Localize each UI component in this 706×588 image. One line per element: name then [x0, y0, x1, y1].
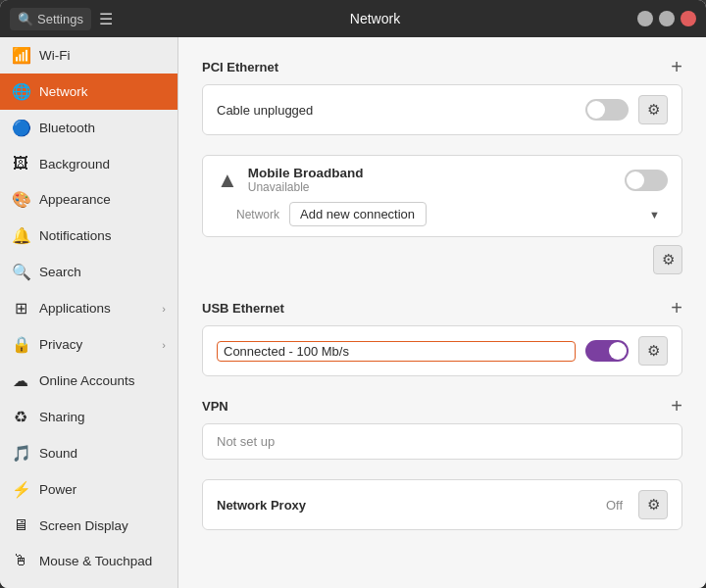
pci-ethernet-title: PCI Ethernet: [202, 60, 278, 74]
titlebar: 🔍 Settings ☰ Network – □ ✕: [0, 0, 706, 37]
network-icon: 🌐: [12, 82, 29, 101]
sidebar-label-search: Search: [39, 265, 81, 279]
proxy-status: Off: [606, 498, 623, 513]
pci-ethernet-header: PCI Ethernet +: [202, 57, 682, 76]
broadband-signal-icon: ▲: [217, 168, 238, 193]
sidebar-label-power: Power: [39, 482, 76, 497]
bluetooth-icon: 🔵: [12, 119, 29, 137]
dropdown-arrow-icon: ▼: [649, 209, 660, 220]
sidebar-label-network: Network: [39, 84, 88, 99]
sidebar-item-screen-display[interactable]: 🖥 Screen Display: [0, 508, 177, 543]
broadband-info: Mobile Broadband Unavailable: [248, 166, 615, 194]
proxy-gear-button[interactable]: ⚙: [638, 490, 668, 519]
usb-ethernet-header: USB Ethernet +: [202, 298, 682, 318]
main-content: 📶 Wi-Fi 🌐 Network 🔵 Bluetooth 🖼 Backgrou…: [0, 37, 706, 588]
sidebar-label-online-accounts: Online Accounts: [39, 373, 135, 388]
screen-display-icon: 🖥: [12, 516, 29, 534]
usb-ethernet-toggle[interactable]: [585, 340, 629, 362]
sidebar-item-mouse-touchpad[interactable]: 🖱 Mouse & Touchpad: [0, 543, 177, 578]
vpn-title: VPN: [202, 399, 228, 414]
sidebar-item-power[interactable]: ⚡ Power: [0, 471, 177, 508]
vpn-header: VPN +: [202, 396, 682, 416]
network-dropdown-wrapper: Add new connection ▼: [289, 202, 668, 226]
sidebar-item-wifi[interactable]: 📶 Wi-Fi: [0, 37, 177, 74]
sharing-icon: ♻: [12, 408, 29, 426]
appearance-icon: 🎨: [12, 190, 29, 209]
sidebar-item-bluetooth[interactable]: 🔵 Bluetooth: [0, 110, 177, 146]
sidebar-item-notifications[interactable]: 🔔 Notifications: [0, 218, 177, 254]
sidebar-label-sound: Sound: [39, 446, 77, 461]
content-area: PCI Ethernet + Cable unplugged ⚙ ▲ Mobil…: [178, 37, 706, 588]
privacy-chevron: ›: [162, 339, 166, 351]
usb-ethernet-add-button[interactable]: +: [671, 298, 682, 318]
vpn-add-button[interactable]: +: [671, 396, 682, 416]
vpn-status-label: Not set up: [217, 434, 275, 449]
sidebar-label-mouse-touchpad: Mouse & Touchpad: [39, 554, 152, 568]
mobile-broadband-section: ▲ Mobile Broadband Unavailable Network A…: [202, 155, 682, 278]
sidebar-item-privacy[interactable]: 🔒 Privacy ›: [0, 326, 177, 363]
proxy-card: Network Proxy Off ⚙: [202, 479, 682, 530]
applications-icon: ⊞: [12, 299, 29, 318]
mobile-broadband-card: ▲ Mobile Broadband Unavailable Network A…: [202, 155, 682, 237]
network-dropdown[interactable]: Add new connection: [289, 202, 427, 226]
sidebar-item-appearance[interactable]: 🎨 Appearance: [0, 181, 177, 218]
search-box[interactable]: 🔍 Settings: [10, 8, 91, 30]
usb-ethernet-card: Connected - 100 Mb/s ⚙: [202, 325, 682, 376]
usb-ethernet-section: USB Ethernet + Connected - 100 Mb/s ⚙: [202, 298, 682, 376]
sidebar-item-keyboard-shortcuts[interactable]: ⌨ Keyboard Shortcuts: [0, 578, 177, 588]
broadband-name: Mobile Broadband: [248, 166, 615, 180]
pci-ethernet-section: PCI Ethernet + Cable unplugged ⚙: [202, 57, 682, 135]
sidebar: 📶 Wi-Fi 🌐 Network 🔵 Bluetooth 🖼 Backgrou…: [0, 37, 178, 588]
background-icon: 🖼: [12, 155, 29, 172]
hamburger-menu-button[interactable]: ☰: [99, 10, 113, 28]
sidebar-item-network[interactable]: 🌐 Network: [0, 74, 177, 110]
broadband-gear-button[interactable]: ⚙: [653, 245, 682, 274]
sidebar-item-search[interactable]: 🔍 Search: [0, 254, 177, 290]
pci-ethernet-gear-button[interactable]: ⚙: [638, 95, 668, 124]
power-icon: ⚡: [12, 480, 29, 499]
search-sidebar-icon: 🔍: [12, 263, 29, 281]
sidebar-item-sound[interactable]: 🎵 Sound: [0, 435, 177, 471]
online-accounts-icon: ☁: [12, 371, 29, 390]
close-button[interactable]: ✕: [681, 11, 696, 26]
search-icon: 🔍: [18, 12, 33, 26]
pci-ethernet-card: Cable unplugged ⚙: [202, 84, 682, 135]
broadband-status: Unavailable: [248, 180, 615, 194]
cable-status-label: Cable unplugged: [217, 103, 576, 118]
mouse-touchpad-icon: 🖱: [12, 552, 29, 569]
vpn-card: Not set up: [202, 423, 682, 460]
notifications-icon: 🔔: [12, 226, 29, 245]
window-controls: – □ ✕: [637, 11, 696, 26]
sidebar-label-applications: Applications: [39, 301, 111, 316]
pci-ethernet-toggle[interactable]: [585, 99, 629, 121]
broadband-top: ▲ Mobile Broadband Unavailable: [217, 166, 668, 194]
sound-icon: 🎵: [12, 444, 29, 463]
broadband-bottom: Network Add new connection ▼: [217, 202, 668, 226]
sidebar-item-applications[interactable]: ⊞ Applications ›: [0, 290, 177, 326]
usb-ethernet-gear-button[interactable]: ⚙: [638, 336, 668, 366]
sidebar-item-background[interactable]: 🖼 Background: [0, 146, 177, 181]
sidebar-label-privacy: Privacy: [39, 337, 82, 352]
broadband-gear-row: ⚙: [202, 241, 682, 278]
minimize-button[interactable]: –: [637, 11, 653, 26]
usb-connected-label: Connected - 100 Mb/s: [217, 341, 576, 362]
settings-window: 🔍 Settings ☰ Network – □ ✕ 📶 Wi-Fi 🌐 Net…: [0, 0, 706, 588]
sidebar-label-wifi: Wi-Fi: [39, 48, 70, 63]
sidebar-item-online-accounts[interactable]: ☁ Online Accounts: [0, 363, 177, 399]
pci-ethernet-add-button[interactable]: +: [671, 57, 682, 76]
sidebar-label-background: Background: [39, 157, 110, 172]
maximize-button[interactable]: □: [659, 11, 675, 26]
network-proxy-section: Network Proxy Off ⚙: [202, 479, 682, 530]
wifi-icon: 📶: [12, 46, 29, 65]
sidebar-label-sharing: Sharing: [39, 410, 85, 424]
sidebar-label-notifications: Notifications: [39, 228, 112, 243]
privacy-icon: 🔒: [12, 335, 29, 354]
titlebar-left: 🔍 Settings ☰: [10, 8, 113, 30]
vpn-section: VPN + Not set up: [202, 396, 682, 460]
sidebar-label-bluetooth: Bluetooth: [39, 121, 95, 135]
applications-chevron: ›: [162, 303, 166, 315]
mobile-broadband-toggle[interactable]: [625, 170, 668, 191]
window-title: Network: [350, 11, 400, 26]
sidebar-item-sharing[interactable]: ♻ Sharing: [0, 399, 177, 435]
proxy-title: Network Proxy: [217, 498, 596, 513]
